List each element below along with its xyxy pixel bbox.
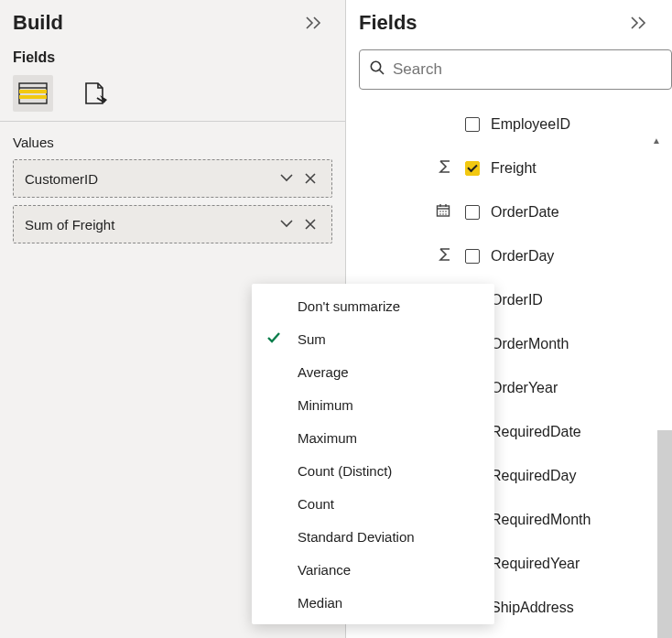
- aggregation-menu-item[interactable]: Average: [252, 355, 494, 388]
- sigma-icon: [438, 247, 452, 265]
- field-pill-freight[interactable]: Sum of Freight: [13, 205, 332, 243]
- aggregation-menu-label: Don't summarize: [298, 298, 400, 314]
- field-label: OrderYear: [491, 380, 558, 396]
- aggregation-menu-item[interactable]: Sum: [252, 322, 494, 355]
- field-checkbox[interactable]: [465, 117, 480, 132]
- svg-point-15: [445, 213, 447, 215]
- build-title: Build: [13, 11, 63, 35]
- sigma-icon: [438, 159, 452, 178]
- collapse-build-button[interactable]: [301, 9, 329, 37]
- remove-field-button[interactable]: [298, 212, 322, 236]
- aggregation-menu-item[interactable]: Don't summarize: [252, 289, 494, 322]
- fields-header: Fields: [346, 0, 672, 42]
- search-box[interactable]: [359, 49, 672, 90]
- svg-point-14: [442, 213, 444, 215]
- build-toolbar: [0, 71, 345, 121]
- aggregation-menu-label: Average: [298, 364, 349, 380]
- search-wrap: [346, 42, 672, 103]
- svg-point-12: [445, 211, 447, 212]
- field-checkbox[interactable]: [465, 205, 480, 220]
- svg-rect-2: [19, 95, 47, 99]
- aggregation-menu-item[interactable]: Count (Distinct): [252, 454, 494, 487]
- field-row[interactable]: OrderDay: [346, 234, 672, 278]
- field-label: ShipAddress: [491, 600, 574, 616]
- aggregation-menu-label: Maximum: [298, 430, 357, 446]
- field-label: RequiredDay: [491, 468, 576, 484]
- aggregation-menu-label: Count (Distinct): [298, 463, 392, 479]
- aggregation-menu-item[interactable]: Minimum: [252, 388, 494, 421]
- build-fields-label: Fields: [0, 42, 345, 71]
- check-icon: [266, 331, 281, 347]
- svg-rect-1: [19, 90, 47, 93]
- paste-visual-button[interactable]: [75, 75, 115, 112]
- table-visual-button[interactable]: [13, 75, 53, 112]
- svg-point-4: [371, 61, 380, 70]
- field-label: OrderID: [491, 292, 543, 308]
- values-well[interactable]: CustomerID Sum of Freight: [0, 159, 345, 243]
- aggregation-menu-item[interactable]: Count: [252, 487, 494, 520]
- values-label: Values: [0, 122, 345, 159]
- aggregation-menu-item[interactable]: Median: [252, 586, 494, 619]
- sort-caret-icon[interactable]: ▲: [652, 135, 661, 146]
- aggregation-menu-label: Count: [298, 496, 334, 512]
- chevron-down-icon[interactable]: [275, 212, 298, 236]
- svg-point-13: [439, 213, 441, 215]
- field-row[interactable]: OrderDate: [346, 190, 672, 234]
- field-label: RequiredMonth: [491, 512, 591, 528]
- svg-point-11: [442, 211, 444, 212]
- field-pill-label: Sum of Freight: [25, 217, 275, 232]
- search-input[interactable]: [393, 60, 662, 79]
- field-label: OrderDate: [491, 204, 559, 221]
- field-label: RequiredYear: [491, 556, 580, 572]
- field-checkbox[interactable]: [465, 161, 480, 176]
- svg-point-10: [439, 211, 441, 212]
- aggregation-menu-item[interactable]: Variance: [252, 553, 494, 586]
- collapse-fields-button[interactable]: [626, 9, 654, 37]
- aggregation-menu[interactable]: Don't summarizeSumAverageMinimumMaximumC…: [252, 284, 494, 624]
- field-label: Freight: [491, 160, 537, 177]
- chevron-down-icon[interactable]: [275, 167, 298, 190]
- search-icon: [369, 59, 385, 80]
- aggregation-menu-label: Variance: [298, 562, 351, 578]
- calendar-icon: [436, 203, 450, 222]
- field-pill-label: CustomerID: [25, 171, 275, 187]
- scrollbar-thumb[interactable]: [657, 430, 672, 638]
- field-label: EmployeeID: [491, 116, 570, 133]
- fields-title: Fields: [359, 11, 417, 35]
- aggregation-menu-label: Median: [298, 595, 342, 611]
- aggregation-menu-label: Sum: [298, 331, 326, 347]
- field-label: OrderDay: [491, 248, 554, 265]
- remove-field-button[interactable]: [298, 167, 322, 190]
- field-row[interactable]: EmployeeID: [346, 103, 672, 146]
- aggregation-menu-label: Minimum: [298, 397, 353, 413]
- svg-line-5: [380, 70, 385, 75]
- build-header: Build: [0, 0, 345, 42]
- aggregation-menu-item[interactable]: Standard Deviation: [252, 520, 494, 553]
- field-checkbox[interactable]: [465, 249, 480, 264]
- field-pill-customerid[interactable]: CustomerID: [13, 159, 332, 198]
- field-label: OrderMonth: [491, 336, 569, 352]
- aggregation-menu-label: Standard Deviation: [298, 529, 415, 545]
- aggregation-menu-item[interactable]: Maximum: [252, 421, 494, 454]
- field-row[interactable]: Freight: [346, 146, 672, 190]
- field-label: RequiredDate: [491, 424, 581, 440]
